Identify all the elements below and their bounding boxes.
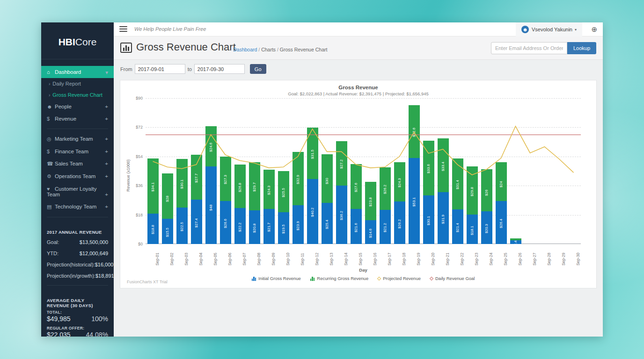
app-window: HBICore ⌂Dashboard▾›Daily Report›Gross R… [41, 22, 603, 337]
sidebar-item-customer-loyalty-team[interactable]: ♥Customer Loyalty Team+ [41, 183, 114, 201]
home-icon: ⌂ [47, 69, 55, 75]
target-icon: ◎ [47, 136, 55, 142]
x-tick-label: Sep-11 [300, 253, 305, 266]
chart-subtitle: Goal: $2,022,863 | Actual Revenue: $2,39… [120, 91, 596, 96]
logo-bold: HBI [59, 36, 75, 47]
breadcrumb: Dashboard / Charts / Gross Revenue Chart [233, 47, 327, 52]
y-tick-label: $54 [124, 154, 143, 159]
chart-legend: Initial Gross RevenueRecurring Gross Rev… [146, 276, 581, 281]
sidebar-subitem-gross-revenue-chart[interactable]: ›Gross Revenue Chart [41, 89, 114, 101]
annual-revenue-row: Goal:$13,500,000 [47, 237, 108, 248]
sidebar-item-sales-team[interactable]: ☎Sales Team+ [41, 158, 114, 170]
people-icon: ☻ [47, 104, 55, 109]
sidebar-item-marketing-team[interactable]: ◎Marketing Team+ [41, 133, 114, 145]
chevron-down-icon: ▾ [575, 28, 577, 32]
x-tick-label: Sep-08 [256, 253, 261, 266]
sidebar-item-label: Technology Team [55, 204, 96, 209]
page-title: Gross Revenue Chart [136, 41, 236, 53]
x-tick-label: Sep-05 [213, 253, 218, 266]
stat-value: $18,891,513 [95, 273, 114, 279]
x-tick-label: Sep-16 [373, 253, 377, 266]
date-to-input[interactable] [194, 64, 245, 74]
breadcrumb-dashboard[interactable]: Dashboard [233, 47, 257, 52]
stat-values: $22,03544.08% [47, 331, 108, 337]
user-name: Vsevolod Yakunin [532, 27, 572, 32]
top-navbar: We Help People Live Pain Free ☻ Vsevolod… [114, 22, 603, 36]
x-tick-label: Sep-04 [198, 253, 203, 266]
chevron-right-icon: › [49, 81, 50, 86]
logo-light: Core [75, 36, 97, 47]
x-tick-label: Sep-21 [445, 253, 450, 266]
x-tick-label: Sep-28 [547, 253, 551, 266]
breadcrumb-current: Gross Revenue Chart [280, 47, 328, 52]
globe-icon[interactable]: ⊕ [591, 25, 597, 34]
sidebar-item-dashboard[interactable]: ⌂Dashboard▾ [41, 66, 114, 78]
legend-bar-icon [310, 276, 315, 281]
expand-plus-icon: + [105, 204, 108, 209]
expand-plus-icon: + [105, 161, 108, 166]
x-tick-label: Sep-10 [285, 253, 290, 266]
x-tick-label: Sep-20 [431, 253, 435, 266]
stat-label: Goal: [47, 239, 59, 245]
expand-plus-icon: + [105, 136, 108, 142]
sidebar-item-people[interactable]: ☻People+ [41, 101, 114, 113]
x-axis-title: Day [146, 267, 581, 273]
chart-plot-area: $0$18$36$54$72$90Revenue (x1000)$18.8$34… [146, 98, 581, 244]
hamburger-menu-icon[interactable] [119, 26, 127, 32]
to-label: to [188, 66, 192, 72]
x-tick-label: Sep-25 [503, 253, 508, 266]
sidebar-divider-2 [47, 285, 108, 286]
legend-diamond-icon [430, 276, 433, 280]
daily-revenue-row: REGULAR OFFER:$22,03544.08% [47, 326, 108, 337]
x-tick-label: Sep-23 [474, 253, 479, 266]
gears-icon: ⚙ [47, 173, 55, 180]
legend-item-initial-gross-revenue[interactable]: Initial Gross Revenue [252, 276, 301, 281]
x-tick-label: Sep-03 [184, 253, 189, 266]
sidebar-subitem-daily-report[interactable]: ›Daily Report [41, 78, 114, 89]
x-tick-label: Sep-18 [402, 253, 406, 266]
sidebar-item-technology-team[interactable]: ▤Technology Team+ [41, 201, 114, 213]
chevron-down-icon: ▾ [105, 69, 108, 76]
expand-plus-icon: + [105, 116, 108, 122]
expand-plus-icon: + [105, 173, 108, 179]
chart-watermark: FusionCharts XT Trial [127, 280, 168, 284]
daily-revenue-row: TOTAL:$49,985100% [47, 310, 108, 323]
order-lookup: Lookup [491, 42, 596, 54]
annual-revenue-row: Projection(historical):$16,000,203 [47, 259, 108, 270]
x-tick-label: Sep-01 [155, 253, 160, 266]
breadcrumb-charts[interactable]: Charts [261, 47, 276, 52]
user-avatar-icon: ☻ [521, 26, 529, 33]
sidebar-divider [47, 217, 108, 217]
user-menu[interactable]: ☻ Vsevolod Yakunin ▾ [516, 22, 582, 36]
sidebar-menu: ⌂Dashboard▾›Daily Report›Gross Revenue C… [41, 59, 114, 213]
date-from-input[interactable] [135, 64, 185, 74]
app-logo[interactable]: HBICore [41, 22, 114, 59]
x-tick-label: Sep-26 [518, 253, 522, 266]
order-lookup-input[interactable] [491, 42, 567, 54]
stat-value: $12,000,649 [80, 251, 108, 256]
legend-item-daily-revenue-goal[interactable]: Daily Revenue Goal [430, 276, 475, 281]
go-button[interactable]: Go [250, 64, 266, 74]
sidebar-item-finance-team[interactable]: $Finance Team+ [41, 145, 114, 158]
sidebar-item-label: Finance Team [55, 149, 88, 154]
stat-value: $16,000,203 [95, 262, 114, 267]
x-tick-label: Sep-09 [271, 253, 276, 266]
projected-revenue-line [153, 126, 574, 175]
daily-revenue-title: AVERAGE DAILY REVENUE (30 DAYS) [47, 298, 108, 308]
chevron-right-icon: › [49, 93, 50, 98]
x-tick-label: Sep-07 [242, 253, 247, 266]
sidebar-item-label: Revenue [55, 116, 76, 122]
sidebar-item-operations-team[interactable]: ⚙Operations Team+ [41, 170, 114, 183]
legend-bar-icon [252, 276, 256, 281]
sidebar-item-revenue[interactable]: $Revenue+ [41, 113, 114, 125]
legend-item-recurring-gross-revenue[interactable]: Recurring Gross Revenue [310, 276, 368, 281]
date-range-controls: From to Go [120, 64, 266, 74]
legend-label: Daily Revenue Goal [435, 276, 475, 281]
sidebar-item-label: Sales Team [55, 161, 83, 166]
lookup-button[interactable]: Lookup [567, 42, 596, 54]
x-tick-label: Sep-12 [315, 253, 319, 266]
stat-label: YTD: [47, 251, 59, 256]
legend-item-projected-revenue[interactable]: Projected Revenue [378, 276, 421, 281]
sidebar-item-label: Dashboard [55, 69, 81, 75]
sidebar-subitem-label: Gross Revenue Chart [52, 92, 102, 98]
